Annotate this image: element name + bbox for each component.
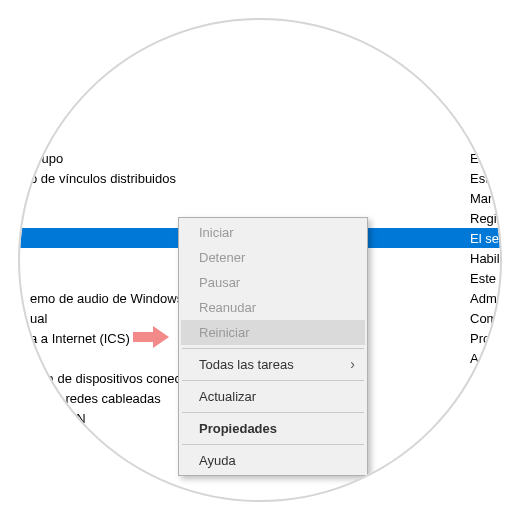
service-row[interactable]: El s [0, 128, 520, 148]
service-name: emo de audio de Windows [30, 291, 183, 306]
context-menu: Iniciar Detener Pausar Reanudar Reinicia… [178, 217, 368, 476]
service-name: ual [30, 311, 47, 326]
service-description: Adminis [470, 351, 516, 366]
service-row[interactable]: Mantr [0, 188, 520, 208]
menu-item-ayuda[interactable]: Ayuda [181, 448, 365, 473]
menu-item-propiedades[interactable]: Propiedades [181, 416, 365, 441]
menu-item-reiniciar[interactable]: Reiniciar [181, 320, 365, 345]
service-description: Este [470, 171, 496, 186]
menu-item-reanudar[interactable]: Reanudar [181, 295, 365, 320]
menu-item-pausar[interactable]: Pausar [181, 270, 365, 295]
service-description: Est [470, 431, 489, 446]
service-description: Adminis [470, 291, 516, 306]
menu-separator [182, 380, 364, 381]
menu-item-detener[interactable]: Detener [181, 245, 365, 270]
service-description: El s [470, 131, 492, 146]
service-description: El s [470, 151, 492, 166]
service-description: Este serv [470, 271, 520, 286]
annotation-arrow-icon [133, 326, 173, 348]
service-name: a a Internet (ICS) [30, 331, 130, 346]
service-name: le WWAN [30, 431, 86, 446]
service-description: Ad [470, 451, 486, 466]
menu-item-todas-las-tareas[interactable]: Todas las tareas [181, 352, 365, 377]
service-name: noto [30, 451, 55, 466]
service-description: El servic [470, 231, 519, 246]
service-name: de WLAN [30, 411, 86, 426]
service-name: ta Microsoft [30, 51, 97, 66]
menu-item-iniciar[interactable]: Iniciar [181, 220, 365, 245]
service-name: temas y soluciones [30, 31, 141, 46]
service-row[interactable]: ta Microsoft [0, 48, 520, 68]
service-name: grupo [30, 151, 63, 166]
service-description: Habilita [470, 251, 513, 266]
service-description: El S [470, 411, 494, 426]
menu-separator [182, 444, 364, 445]
service-description: Mantr [470, 191, 503, 206]
service-description: El se [470, 391, 499, 406]
service-row[interactable]: grupoEl s [0, 148, 520, 168]
masked-content: temas y solucionesta MicrosoftEl sgrupoE… [0, 0, 520, 520]
menu-separator [182, 412, 364, 413]
service-description: Regist [470, 211, 507, 226]
service-name: ca de redes cableadas [30, 391, 161, 406]
service-name: o de vínculos distribuidos [30, 171, 176, 186]
service-description: Este se [470, 371, 513, 386]
menu-separator [182, 348, 364, 349]
service-description: Compru [470, 311, 516, 326]
menu-item-actualizar[interactable]: Actualizar [181, 384, 365, 409]
service-row[interactable]: o de vínculos distribuidosEste [0, 168, 520, 188]
service-description: Propor [470, 331, 509, 346]
service-row[interactable]: temas y soluciones [0, 28, 520, 48]
